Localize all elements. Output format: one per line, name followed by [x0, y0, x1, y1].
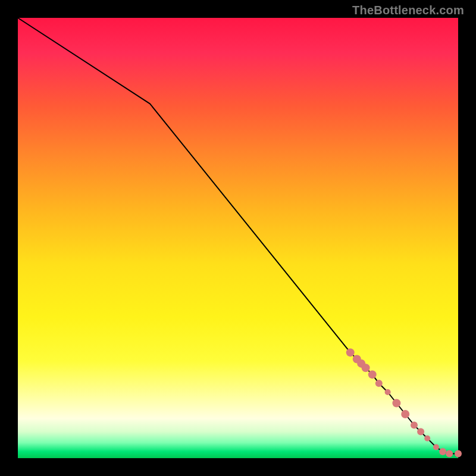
- data-dot: [385, 389, 391, 395]
- data-dot: [433, 444, 439, 450]
- data-dot: [375, 380, 383, 387]
- data-dot: [362, 364, 370, 372]
- data-dot: [439, 448, 446, 455]
- data-dot: [401, 410, 409, 418]
- data-dot: [368, 370, 377, 378]
- data-dot: [392, 399, 400, 408]
- data-dot: [346, 348, 355, 356]
- data-dot: [417, 428, 424, 436]
- data-dot: [424, 436, 430, 441]
- data-dot: [411, 422, 418, 429]
- chart-overlay: [0, 0, 476, 476]
- data-dot: [446, 450, 453, 458]
- data-dot: [455, 450, 462, 458]
- curve-line: [18, 18, 458, 454]
